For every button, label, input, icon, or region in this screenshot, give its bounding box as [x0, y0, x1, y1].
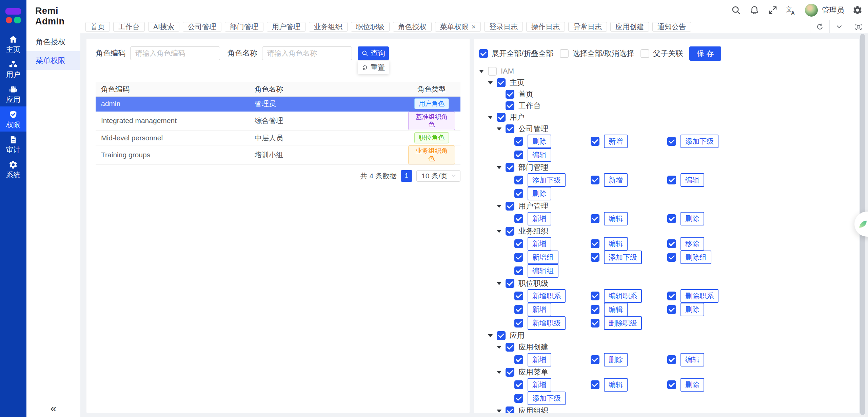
- tree-node[interactable]: IAM: [479, 65, 859, 77]
- checkbox[interactable]: [514, 355, 523, 364]
- expander-icon[interactable]: [488, 334, 493, 337]
- query-button[interactable]: 查询: [358, 46, 389, 60]
- checkbox[interactable]: [591, 292, 599, 300]
- checkbox[interactable]: [514, 266, 523, 275]
- checkbox[interactable]: [667, 176, 676, 184]
- checkbox[interactable]: [506, 101, 514, 110]
- tree-node[interactable]: 职位职级: [479, 278, 859, 289]
- role-name-input[interactable]: [262, 46, 352, 60]
- action-tag[interactable]: 编辑: [680, 353, 704, 366]
- rail-item-shield-check[interactable]: 权限: [0, 106, 26, 132]
- refresh-icon[interactable]: [810, 20, 829, 33]
- tab[interactable]: 用户管理: [267, 22, 305, 32]
- tree-node[interactable]: 应用菜单: [479, 366, 859, 378]
- action-tag[interactable]: 编辑组: [528, 264, 558, 278]
- tab[interactable]: 异常日志: [568, 22, 607, 32]
- checkbox[interactable]: [591, 355, 599, 364]
- tree-node[interactable]: 应用组织: [479, 405, 859, 413]
- chevron-down-icon[interactable]: [829, 20, 849, 33]
- checkbox[interactable]: [506, 368, 514, 377]
- expander-icon[interactable]: [479, 70, 484, 73]
- rail-item-home[interactable]: 主页: [0, 31, 26, 56]
- tree-toolbar-option[interactable]: 展开全部/折叠全部: [479, 48, 553, 59]
- table-row[interactable]: Integrated management综合管理基准组织角色: [96, 111, 460, 131]
- action-tag[interactable]: 添加下级: [680, 135, 718, 148]
- tree-toolbar-option[interactable]: 选择全部/取消选择: [560, 48, 634, 59]
- checkbox[interactable]: [514, 176, 523, 184]
- expander-icon[interactable]: [497, 166, 501, 169]
- tree-node[interactable]: 部门管理: [479, 162, 859, 173]
- tab[interactable]: 应用创建: [610, 22, 649, 32]
- frame-icon[interactable]: [849, 20, 868, 33]
- tree-toolbar-option[interactable]: 父子关联: [640, 48, 683, 59]
- rail-item-document[interactable]: 审计: [0, 132, 26, 157]
- checkbox[interactable]: [640, 49, 649, 58]
- tab[interactable]: 部门管理: [225, 22, 263, 32]
- rail-item-gear[interactable]: 系统: [0, 157, 26, 182]
- expander-icon[interactable]: [497, 205, 501, 208]
- checkbox[interactable]: [514, 214, 523, 223]
- action-tag[interactable]: 添加下级: [528, 392, 566, 405]
- checkbox[interactable]: [506, 227, 514, 236]
- checkbox[interactable]: [667, 214, 676, 223]
- tab[interactable]: 职位职级: [351, 22, 390, 32]
- reset-button[interactable]: 重置: [358, 61, 389, 74]
- expander-icon[interactable]: [497, 127, 501, 131]
- tab[interactable]: 通知公告: [652, 22, 691, 32]
- action-tag[interactable]: 删除: [604, 353, 628, 366]
- table-row[interactable]: admin管理员用户角色: [96, 96, 460, 111]
- action-tag[interactable]: 删除: [680, 303, 704, 316]
- checkbox[interactable]: [514, 305, 523, 314]
- action-tag[interactable]: 编辑职系: [604, 289, 642, 303]
- checkbox[interactable]: [497, 78, 506, 87]
- checkbox[interactable]: [591, 239, 599, 248]
- sidebar-item[interactable]: 菜单权限: [26, 51, 80, 70]
- tree-node[interactable]: 用户: [479, 112, 859, 123]
- avatar[interactable]: [805, 4, 818, 17]
- action-tag[interactable]: 新增: [528, 303, 551, 316]
- checkbox[interactable]: [514, 189, 523, 198]
- action-tag[interactable]: 删除: [528, 135, 551, 148]
- action-tag[interactable]: 删除: [680, 378, 704, 392]
- checkbox[interactable]: [514, 292, 523, 300]
- checkbox[interactable]: [497, 331, 506, 340]
- checkbox[interactable]: [591, 253, 599, 262]
- tab[interactable]: 工作台: [113, 22, 145, 32]
- tree-node[interactable]: 工作台: [479, 100, 859, 112]
- tree-node[interactable]: 应用: [479, 330, 859, 341]
- checkbox[interactable]: [591, 380, 599, 389]
- expander-icon[interactable]: [488, 81, 493, 84]
- checkbox[interactable]: [506, 124, 514, 133]
- checkbox[interactable]: [506, 343, 514, 352]
- tab[interactable]: AI搜索: [148, 22, 179, 32]
- expander-icon[interactable]: [488, 116, 493, 119]
- action-tag[interactable]: 编辑: [604, 237, 628, 251]
- rail-item-org[interactable]: 用户: [0, 56, 26, 81]
- checkbox[interactable]: [514, 137, 523, 146]
- checkbox[interactable]: [591, 214, 599, 223]
- checkbox[interactable]: [514, 253, 523, 262]
- action-tag[interactable]: 编辑: [528, 148, 551, 162]
- checkbox[interactable]: [506, 279, 514, 288]
- tree-node[interactable]: 应用创建: [479, 341, 859, 353]
- checkbox[interactable]: [591, 319, 599, 327]
- gear-icon[interactable]: [852, 5, 863, 15]
- action-tag[interactable]: 编辑: [604, 303, 628, 316]
- sidebar-item[interactable]: 角色授权: [26, 33, 80, 51]
- expander-icon[interactable]: [497, 346, 501, 349]
- checkbox[interactable]: [506, 202, 514, 211]
- page-size-select[interactable]: 10 条/页: [416, 170, 460, 182]
- checkbox[interactable]: [506, 163, 514, 172]
- checkbox[interactable]: [667, 239, 676, 248]
- action-tag[interactable]: 新增: [604, 135, 628, 148]
- expander-icon[interactable]: [497, 410, 501, 413]
- tab[interactable]: 操作日志: [526, 22, 565, 32]
- action-tag[interactable]: 新增职级: [528, 316, 566, 330]
- tree-node[interactable]: 公司管理: [479, 123, 859, 135]
- checkbox[interactable]: [497, 113, 506, 122]
- checkbox[interactable]: [506, 406, 514, 413]
- expander-icon[interactable]: [497, 282, 501, 285]
- action-tag[interactable]: 编辑: [604, 212, 628, 225]
- action-tag[interactable]: 删除组: [680, 251, 711, 264]
- action-tag[interactable]: 新增: [528, 212, 551, 225]
